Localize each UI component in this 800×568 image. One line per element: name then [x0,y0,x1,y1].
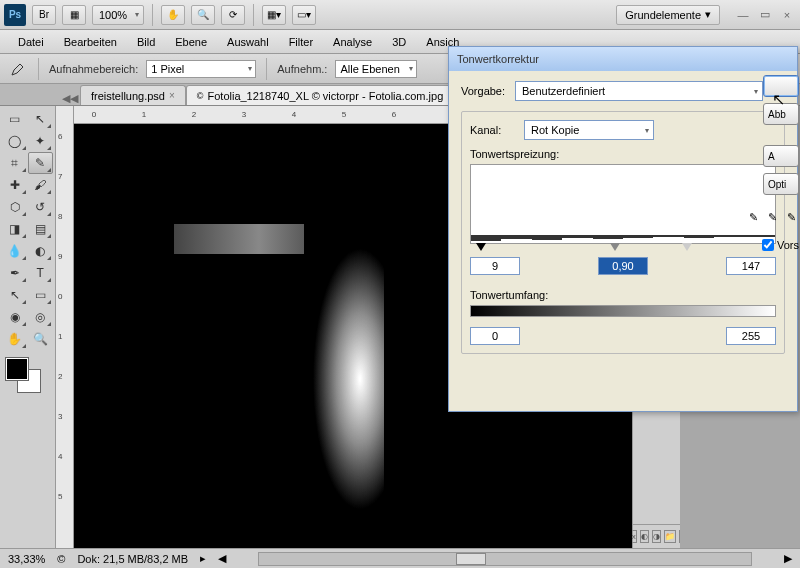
menu-analyse[interactable]: Analyse [323,32,382,52]
menu-filter[interactable]: Filter [279,32,323,52]
status-arrow[interactable]: ▸ [200,552,206,565]
output-black-input[interactable] [470,327,520,345]
move-tool[interactable]: ▭ [2,108,28,130]
mini-bridge-button[interactable]: ▦ [62,5,86,25]
ruler-vertical: 6 7 8 9 0 1 2 3 4 5 [56,106,74,548]
options-button[interactable]: Opti [763,173,799,195]
channel-dropdown[interactable]: Rot Kopie [524,120,654,140]
white-slider[interactable] [682,243,692,251]
status-bar: 33,33% © Dok: 21,5 MB/83,2 MB ▸ ◀ ▶ [0,548,800,568]
sample-size-select[interactable]: 1 Pixel [146,60,256,78]
ok-button[interactable] [763,75,799,97]
blur-tool[interactable]: 💧 [2,240,28,262]
zoom-dropdown[interactable]: 100% [92,5,144,25]
tab-prev[interactable]: ◀◀ [60,92,80,105]
cancel-button[interactable]: Abb [763,103,799,125]
toolbox: ▭↖ ◯✦ ⌗✎ ✚🖌 ⬡↺ ◨▤ 💧◐ ✒T ↖▭ ◉◎ ✋🔍 [0,106,56,548]
foreground-color[interactable] [6,358,28,380]
preset-dropdown[interactable]: Benutzerdefiniert [515,81,763,101]
menu-bearbeiten[interactable]: Bearbeiten [54,32,127,52]
adjust-icon[interactable]: ◑ [652,530,661,543]
dialog-title[interactable]: Tonwertkorrektur [449,47,797,71]
menu-ebene[interactable]: Ebene [165,32,217,52]
folder-icon[interactable]: 📁 [664,530,676,543]
black-slider[interactable] [476,243,486,251]
3d-tool[interactable]: ◉ [2,306,28,328]
gamma-input[interactable] [598,257,648,275]
sample-from-label: Aufnehm.: [277,63,327,75]
horizontal-scrollbar[interactable] [258,552,752,566]
menu-bild[interactable]: Bild [127,32,165,52]
gamma-slider[interactable] [610,243,620,251]
arrange-docs-button[interactable]: ▦▾ [262,5,286,25]
workspace-switcher[interactable]: Grundelemente ▾ [616,5,720,25]
white-eyedropper-icon[interactable]: ✎ [783,209,799,225]
sample-size-label: Aufnahmebereich: [49,63,138,75]
zoom-tool[interactable]: 🔍 [28,328,54,350]
tab-label: freistellung.psd [91,90,165,102]
levels-dialog: Tonwertkorrektur Vorgabe: Benutzerdefini… [448,46,798,412]
heal-tool[interactable]: ✚ [2,174,28,196]
menu-datei[interactable]: Datei [8,32,54,52]
type-tool[interactable]: T [28,262,54,284]
white-input[interactable] [726,257,776,275]
black-input[interactable] [470,257,520,275]
rotate-view-button[interactable]: ⟳ [221,5,245,25]
output-white-input[interactable] [726,327,776,345]
lasso-tool[interactable]: ◯ [2,130,28,152]
layers-footer: ⚭ fx ◐ ◑ 📁 ▫ 🗑 [633,524,680,548]
menu-auswahl[interactable]: Auswahl [217,32,279,52]
channel-label: Kanal: [470,124,518,136]
wand-tool[interactable]: ✦ [28,130,54,152]
bridge-button[interactable]: Br [32,5,56,25]
auto-button[interactable]: A [763,145,799,167]
output-label: Tonwertumfang: [470,289,776,301]
status-copyright: © [57,553,65,565]
hand-tool-button[interactable]: ✋ [161,5,185,25]
mask-icon[interactable]: ◐ [640,530,649,543]
gradient-tool[interactable]: ▤ [28,218,54,240]
shape-tool[interactable]: ▭ [28,284,54,306]
scroll-right[interactable]: ▶ [784,552,792,565]
scroll-left[interactable]: ◀ [218,552,226,565]
tab-close-icon[interactable]: × [169,90,175,101]
arrow-tool[interactable]: ↖ [28,108,54,130]
sample-from-select[interactable]: Alle Ebenen [335,60,416,78]
histogram[interactable] [470,164,776,244]
minimize-button[interactable]: — [734,7,752,23]
histogram-label: Tonwertspreizung: [470,148,776,160]
zoom-tool-button[interactable]: 🔍 [191,5,215,25]
status-zoom[interactable]: 33,33% [8,553,45,565]
black-eyedropper-icon[interactable]: ✎ [745,209,761,225]
eyedropper-icon [8,59,28,79]
history-brush-tool[interactable]: ↺ [28,196,54,218]
pen-tool[interactable]: ✒ [2,262,28,284]
eyedropper-tool[interactable]: ✎ [28,152,54,174]
output-gradient[interactable] [470,305,776,317]
eraser-tool[interactable]: ◨ [2,218,28,240]
dodge-tool[interactable]: ◐ [28,240,54,262]
stamp-tool[interactable]: ⬡ [2,196,28,218]
close-button[interactable]: × [778,7,796,23]
path-select-tool[interactable]: ↖ [2,284,28,306]
brush-tool[interactable]: 🖌 [28,174,54,196]
menu-3d[interactable]: 3D [382,32,416,52]
doc-tab-1[interactable]: freistellung.psd × [80,85,186,105]
preview-checkbox[interactable]: Vors [762,239,799,251]
tab-label: Fotolia_1218740_XL © victorpr - Fotolia.… [207,90,443,102]
3d-camera-tool[interactable]: ◎ [28,306,54,328]
crop-tool[interactable]: ⌗ [2,152,28,174]
hand-tool[interactable]: ✋ [2,328,28,350]
color-swatches[interactable] [2,356,42,392]
app-logo: Ps [4,4,26,26]
screen-mode-button[interactable]: ▭▾ [292,5,316,25]
gray-eyedropper-icon[interactable]: ✎ [764,209,780,225]
restore-button[interactable]: ▭ [756,7,774,23]
preset-label: Vorgabe: [461,85,509,97]
status-doc: Dok: 21,5 MB/83,2 MB [77,553,188,565]
doc-tab-2[interactable]: © Fotolia_1218740_XL © victorpr - Fotoli… [186,85,464,105]
